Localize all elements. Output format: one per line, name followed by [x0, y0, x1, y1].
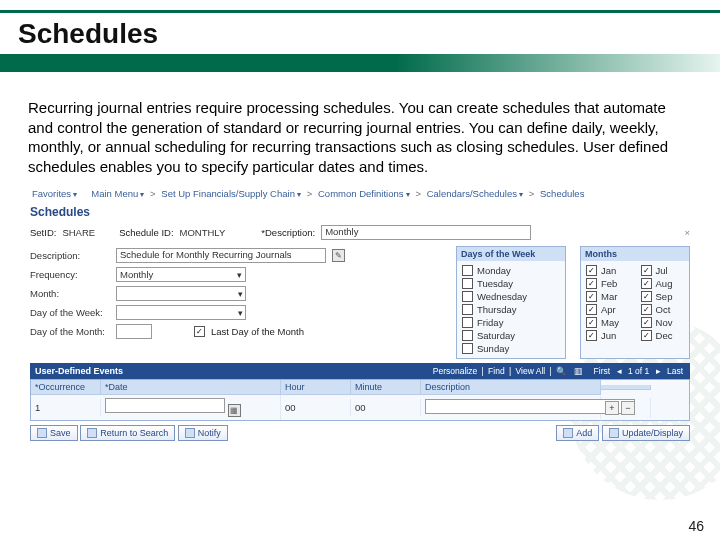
grid-download-icon[interactable]: ▥	[574, 366, 583, 376]
page-heading: Schedules	[30, 205, 690, 219]
return-button[interactable]: Return to Search	[80, 425, 175, 441]
months-panel-title: Months	[581, 247, 689, 261]
col-minute[interactable]: Minute	[351, 380, 421, 395]
month-checkbox-jan[interactable]	[586, 265, 597, 276]
month-checkbox-may[interactable]	[586, 317, 597, 328]
grid-zoom-icon[interactable]: 🔍	[556, 366, 567, 376]
save-button[interactable]: Save	[30, 425, 78, 441]
col-actions	[601, 385, 651, 390]
add-button[interactable]: Add	[556, 425, 599, 441]
month-checkbox-mar[interactable]	[586, 291, 597, 302]
dom-input[interactable]	[116, 324, 152, 339]
nav-sep: >	[529, 188, 535, 199]
day-label: Tuesday	[477, 278, 513, 289]
month-checkbox-sep[interactable]	[641, 291, 652, 302]
nav-main-menu[interactable]: Main Menu	[91, 188, 144, 199]
col-hour[interactable]: Hour	[281, 380, 351, 395]
close-icon[interactable]: ×	[684, 227, 690, 238]
calendar-icon[interactable]: ▦	[228, 404, 241, 417]
ude-first[interactable]: First	[594, 366, 611, 376]
month-checkbox-apr[interactable]	[586, 304, 597, 315]
desc-input[interactable]: Schedule for Monthly Recurring Journals	[116, 248, 326, 263]
day-label: Saturday	[477, 330, 515, 341]
nav-sep: >	[415, 188, 421, 199]
cell-date-input[interactable]	[105, 398, 225, 413]
col-description[interactable]: Description	[421, 380, 601, 395]
month-checkbox-dec[interactable]	[641, 330, 652, 341]
ude-find[interactable]: Find	[488, 366, 505, 376]
delete-row-button[interactable]: −	[621, 401, 635, 415]
slide-title: Schedules	[18, 18, 158, 50]
update-label: Update/Display	[622, 428, 683, 438]
chevron-left-icon[interactable]: ◂	[617, 366, 622, 376]
nav-setup[interactable]: Set Up Financials/Supply Chain	[161, 188, 301, 199]
slide-body-text: Recurring journal entries require proces…	[0, 80, 720, 180]
app-screenshot: Favorites Main Menu > Set Up Financials/…	[30, 184, 690, 441]
col-date[interactable]: *Date	[101, 380, 281, 395]
day-checkbox-sat[interactable]	[462, 330, 473, 341]
month-checkbox-nov[interactable]	[641, 317, 652, 328]
add-row-button[interactable]: +	[605, 401, 619, 415]
month-label: Sep	[656, 291, 673, 302]
chevron-down-icon: ▾	[238, 308, 243, 318]
last-day-checkbox[interactable]	[194, 326, 205, 337]
month-checkbox-aug[interactable]	[641, 278, 652, 289]
nav-common[interactable]: Common Definitions	[318, 188, 410, 199]
month-label: Jun	[601, 330, 616, 341]
months-panel: Months Jan Jul Feb Aug Mar Sep Apr Oct M…	[580, 246, 690, 359]
month-checkbox-feb[interactable]	[586, 278, 597, 289]
update-button[interactable]: Update/Display	[602, 425, 690, 441]
chevron-right-icon[interactable]: ▸	[656, 366, 661, 376]
ude-title: User-Defined Events	[35, 366, 123, 376]
cell-hour: 00	[281, 399, 351, 416]
day-label: Thursday	[477, 304, 517, 315]
day-label: Friday	[477, 317, 503, 328]
nav-calendars[interactable]: Calendars/Schedules	[427, 188, 524, 199]
col-occurrence[interactable]: *Occurrence	[31, 380, 101, 395]
page-number: 46	[688, 518, 704, 534]
day-checkbox-mon[interactable]	[462, 265, 473, 276]
save-label: Save	[50, 428, 71, 438]
days-panel-title: Days of the Week	[457, 247, 565, 261]
notify-button[interactable]: Notify	[178, 425, 228, 441]
month-checkbox-jun[interactable]	[586, 330, 597, 341]
chevron-down-icon: ▾	[237, 270, 242, 280]
return-label: Return to Search	[100, 428, 168, 438]
days-panel: Days of the Week Monday Tuesday Wednesda…	[456, 246, 566, 359]
day-label: Wednesday	[477, 291, 527, 302]
schedid-label: Schedule ID:	[119, 227, 173, 238]
freq-select[interactable]: Monthly ▾	[116, 267, 246, 282]
month-checkbox-jul[interactable]	[641, 265, 652, 276]
ude-count: 1 of 1	[628, 366, 649, 376]
spellcheck-icon[interactable]: ✎	[332, 249, 345, 262]
day-label: Monday	[477, 265, 511, 276]
title-rule-top	[0, 10, 720, 13]
day-checkbox-thu[interactable]	[462, 304, 473, 315]
ude-header-bar: User-Defined Events Personalize | Find |…	[30, 363, 690, 379]
nav-sep: >	[307, 188, 313, 199]
day-checkbox-sun[interactable]	[462, 343, 473, 354]
day-checkbox-tue[interactable]	[462, 278, 473, 289]
freq-value: Monthly	[120, 269, 153, 280]
ude-personalize[interactable]: Personalize	[433, 366, 477, 376]
day-checkbox-wed[interactable]	[462, 291, 473, 302]
setid-value: SHARE	[62, 227, 95, 238]
month-label: Jan	[601, 265, 616, 276]
month-label: May	[601, 317, 619, 328]
month-checkbox-oct[interactable]	[641, 304, 652, 315]
desc-star-input[interactable]: Monthly	[321, 225, 531, 240]
nav-favorites[interactable]: Favorites	[32, 188, 77, 199]
form-left: Description: Schedule for Monthly Recurr…	[30, 246, 442, 359]
day-checkbox-fri[interactable]	[462, 317, 473, 328]
ude-table: *Occurrence *Date Hour Minute Descriptio…	[30, 379, 690, 421]
add-icon	[563, 428, 573, 438]
dow-select[interactable]: ▾	[116, 305, 246, 320]
nav-schedules[interactable]: Schedules	[540, 188, 584, 199]
last-day-label: Last Day of the Month	[211, 326, 304, 337]
ude-viewall[interactable]: View All	[516, 366, 546, 376]
ude-last[interactable]: Last	[667, 366, 683, 376]
save-icon	[37, 428, 47, 438]
month-select[interactable]: ▾	[116, 286, 246, 301]
month-label: Feb	[601, 278, 617, 289]
return-icon	[87, 428, 97, 438]
